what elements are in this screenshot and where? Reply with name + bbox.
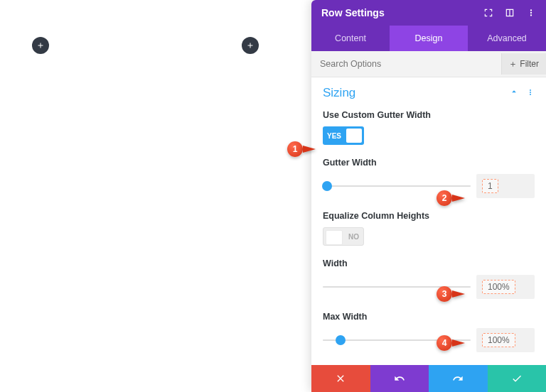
equalize-label: Equalize Column Heights <box>323 211 535 221</box>
cancel-button[interactable] <box>311 365 370 392</box>
annotation-marker-1: 1 <box>287 141 303 157</box>
max-width-label: Max Width <box>323 312 535 322</box>
search-input[interactable] <box>311 51 501 77</box>
add-module-button[interactable] <box>32 37 49 54</box>
more-icon[interactable] <box>526 8 536 18</box>
section-more-icon[interactable] <box>526 87 535 99</box>
panel-title: Row Settings <box>321 7 385 18</box>
custom-gutter-toggle[interactable]: YES <box>323 126 364 145</box>
focus-icon[interactable] <box>483 8 493 18</box>
panel-header-actions <box>483 8 536 18</box>
panel-tabs: Content Design Advanced <box>311 26 546 51</box>
save-button[interactable] <box>488 365 547 392</box>
search-bar: Filter <box>311 51 546 77</box>
max-width-control: Max Width 100% <box>323 312 535 352</box>
settings-panel: Row Settings Content Design Advanced Fil… <box>311 0 546 392</box>
gutter-width-control: Gutter Width 1 <box>323 158 535 198</box>
tab-content[interactable]: Content <box>311 26 390 51</box>
layout-icon[interactable] <box>505 8 515 18</box>
panel-header: Row Settings <box>311 0 546 26</box>
annotation-marker-4: 4 <box>437 335 452 351</box>
section-header-actions <box>509 87 535 99</box>
annotation-marker-3: 3 <box>437 286 452 302</box>
max-width-value[interactable]: 100% <box>476 328 535 352</box>
equalize-toggle[interactable]: NO <box>323 227 364 246</box>
filter-label: Filter <box>520 59 539 69</box>
gutter-width-value[interactable]: 1 <box>476 174 535 198</box>
width-label: Width <box>323 258 535 268</box>
gutter-width-label: Gutter Width <box>323 158 535 168</box>
add-module-button[interactable] <box>242 37 259 54</box>
custom-gutter-label: Use Custom Gutter Width <box>323 110 535 120</box>
tab-design[interactable]: Design <box>390 26 468 51</box>
width-control: Width 100% <box>323 258 535 299</box>
redo-button[interactable] <box>429 365 488 392</box>
panel-body: Sizing Use Custom Gutter Width YES Gutte… <box>311 77 546 365</box>
width-value[interactable]: 100% <box>476 275 535 299</box>
filter-button[interactable]: Filter <box>501 53 546 75</box>
tab-advanced[interactable]: Advanced <box>468 26 546 51</box>
custom-gutter-control: Use Custom Gutter Width YES <box>323 110 535 145</box>
section-title: Sizing <box>323 86 355 100</box>
panel-footer <box>311 365 546 392</box>
collapse-icon[interactable] <box>509 87 519 99</box>
equalize-control: Equalize Column Heights NO <box>323 211 535 246</box>
annotation-marker-2: 2 <box>437 190 452 206</box>
section-header[interactable]: Sizing <box>323 86 535 100</box>
undo-button[interactable] <box>370 365 429 392</box>
